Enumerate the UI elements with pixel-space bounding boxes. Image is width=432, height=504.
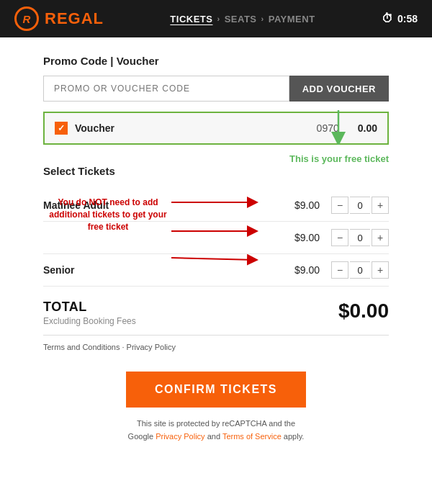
captcha-suffix: apply. (282, 432, 305, 441)
nav-step-tickets[interactable]: TICKETS (170, 14, 212, 24)
tickets-section: Select Tickets This is your free ticket … (43, 159, 389, 287)
qty-minus-2[interactable]: − (331, 229, 348, 246)
promo-input[interactable] (43, 76, 289, 102)
voucher-code: 0970 (317, 122, 339, 134)
qty-value-matinee: 0 (350, 197, 370, 214)
qty-value-senior: 0 (350, 261, 370, 279)
logo-text: REGAL (45, 9, 104, 28)
captcha-tos-link[interactable]: Terms of Service (222, 432, 282, 441)
qty-minus-senior[interactable]: − (331, 261, 348, 279)
qty-plus-senior[interactable]: + (372, 261, 389, 279)
free-ticket-text: This is your free ticket (289, 153, 389, 166)
total-label: TOTAL (43, 300, 136, 315)
nav-arrow-1: › (217, 14, 220, 23)
ticket-rows-wrapper: You do NOT need to add additional ticket… (43, 189, 389, 287)
not-needed-text: You do NOT need to add additional ticket… (43, 197, 173, 233)
voucher-amount: 0.00 (358, 122, 377, 134)
total-amount: $0.00 (338, 300, 389, 323)
promo-section-title: Promo Code | Voucher (43, 55, 389, 67)
confirm-btn-area: CONFIRM TICKETS (43, 359, 389, 418)
voucher-label: Voucher (75, 122, 310, 134)
nav-step-payment[interactable]: PAYMENT (269, 14, 315, 24)
voucher-wrapper: ✓ Voucher 0970 0.00 (43, 112, 389, 145)
qty-minus-matinee[interactable]: − (331, 197, 348, 214)
ticket-price-matinee: $9.00 (284, 199, 320, 211)
qty-plus-2[interactable]: + (372, 229, 389, 246)
logo: R REGAL (14, 6, 104, 31)
timer-icon: ⏱ (382, 12, 393, 25)
captcha-privacy-link[interactable]: Privacy Policy (156, 432, 204, 441)
page-header: R REGAL TICKETS › SEATS › PAYMENT ⏱ 0:58 (0, 0, 432, 37)
main-content: Promo Code | Voucher ADD VOUCHER ✓ Vouch… (0, 37, 432, 460)
timer-value: 0:58 (397, 13, 418, 24)
checkmark-icon: ✓ (58, 123, 65, 133)
captcha-mid: and (205, 432, 222, 441)
nav-arrow-2: › (261, 14, 264, 23)
ticket-row: Senior $9.00 − 0 + (43, 254, 389, 287)
voucher-checkbox[interactable]: ✓ (55, 122, 68, 135)
captcha-line1: This site is protected by reCAPTCHA and … (137, 419, 295, 428)
countdown-timer: ⏱ 0:58 (382, 12, 418, 25)
add-voucher-button[interactable]: ADD VOUCHER (289, 76, 389, 102)
qty-plus-matinee[interactable]: + (372, 197, 389, 214)
voucher-box: ✓ Voucher 0970 0.00 (43, 112, 389, 145)
free-ticket-annotation: Select Tickets This is your free ticket (43, 159, 389, 181)
confirm-tickets-button[interactable]: CONFIRM TICKETS (126, 372, 306, 408)
terms-text[interactable]: Terms and Conditions · Privacy Policy (43, 343, 176, 351)
logo-icon: R (14, 6, 39, 31)
ticket-quantity-2: − 0 + (331, 229, 389, 246)
total-section: TOTAL Excluding Booking Fees $0.00 (43, 287, 389, 335)
ticket-quantity-senior: − 0 + (331, 261, 389, 279)
qty-value-2: 0 (350, 229, 370, 246)
ticket-quantity-matinee: − 0 + (331, 197, 389, 214)
captcha-notice: This site is protected by reCAPTCHA and … (43, 418, 389, 443)
promo-row: ADD VOUCHER (43, 76, 389, 102)
select-tickets-title: Select Tickets (43, 165, 115, 177)
nav-step-seats[interactable]: SEATS (225, 14, 257, 24)
ticket-price-senior: $9.00 (284, 264, 320, 276)
ticket-name-senior: Senior (43, 264, 284, 276)
ticket-price-2: $9.00 (284, 232, 320, 243)
total-sub-label: Excluding Booking Fees (43, 316, 136, 326)
step-nav: TICKETS › SEATS › PAYMENT (170, 14, 315, 24)
captcha-prefix: Google (128, 432, 156, 441)
terms-row: Terms and Conditions · Privacy Policy (43, 335, 389, 359)
total-left: TOTAL Excluding Booking Fees (43, 300, 136, 326)
